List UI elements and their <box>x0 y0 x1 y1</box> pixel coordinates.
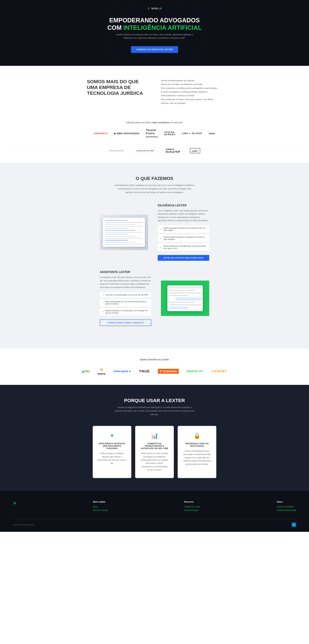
logo: ✕ lexter.ai <box>147 6 162 10</box>
why-section: PORQUE USAR A LEXTER Através de algoritm… <box>0 385 309 491</box>
logo-norte: N NORTE <box>98 368 106 375</box>
footer-col-sobre: Sobre Termos e condições Política de pri… <box>277 500 296 513</box>
why-card-security: 🔒 SEGURANÇA PARA OS SEUS DADOS Tenha a t… <box>178 426 216 478</box>
check-item: Garanta padronização de respostas em tod… <box>158 234 209 242</box>
check-item: Ganhe eficiência na identificação dos do… <box>158 243 209 251</box>
check-item: Analise grandes volumes de documentos at… <box>158 225 209 233</box>
logo-tozzini: TozziniFreire.ADVOGADOS <box>146 128 158 138</box>
logo-bma: ▶ BMA ADVOGADOS <box>114 132 139 135</box>
partner-cubo: cubo+ <box>190 148 200 153</box>
partner-attix: startup parceiro attix <box>134 148 156 153</box>
logo-grao: grão <box>82 369 90 374</box>
logo-true: TRUE <box>139 369 150 374</box>
what-we-do-section: O QUE FAZEMOS Automatizamos ações repeti… <box>0 163 309 348</box>
diligencia-content: DILIGÊNCIA LEXTER Com a Diligência Lexte… <box>158 204 209 261</box>
linkedin-link[interactable]: in <box>292 522 296 527</box>
logo-lobo: LOBO ● DE RIZZO <box>182 132 202 135</box>
hero-subtitle: Amplie relações de confiança entre seu t… <box>116 33 193 40</box>
footer-link-privacy[interactable]: Política de privacidade <box>277 509 296 511</box>
assistente-image <box>161 280 209 316</box>
law-firm-logos: DEMAREST ▶ BMA ADVOGADOS TozziniFreire.A… <box>0 126 309 145</box>
linkedin-icon: in <box>292 522 296 527</box>
footer-col-recursos: Recursos Trabalhe na Lexter Central de A… <box>184 500 200 513</box>
footer-logo: ✕ <box>13 500 16 506</box>
logo-icon: ✕ <box>147 6 150 10</box>
partner-label: Empresa parceira: <box>109 150 124 152</box>
footer-link-inicio[interactable]: Início <box>93 506 108 508</box>
investors-title: Quem investe na Lexter <box>6 358 302 361</box>
logo-ycombinator: Y Combinator <box>158 369 179 374</box>
diligencia-checklist: Analise grandes volumes de documentos at… <box>158 225 209 251</box>
footer-col-menu-title: Menu rápido <box>93 500 108 503</box>
why-card-ai-text: Utilize produtos e soluções eficazes par… <box>98 452 126 465</box>
assistente-feature: ASSISTENTE LEXTER O Assistente Lexter ve… <box>82 270 227 326</box>
why-card-ai-title: INTELIGÊNCIA ARTIFICIAL QUE REALMENTE FU… <box>98 442 126 450</box>
diligencia-title: DILIGÊNCIA LEXTER <box>158 204 209 207</box>
footer-copyright: Copyright © 2023 Lexter.AI <box>13 524 34 526</box>
logo-indie: IndieCapital ➤ <box>114 370 131 373</box>
hero-title: EMPODERANDO ADVOGADOS COM INTELIGÊNCIA A… <box>107 17 202 32</box>
investors-logos: grão N NORTE IndieCapital ➤ TRUE Y Combi… <box>6 368 302 375</box>
investors-section: Quem investe na Lexter grão N NORTE Indi… <box>0 348 309 385</box>
about-right: Somos transformadores de relações. Nosso… <box>161 79 222 105</box>
what-title: O QUE FAZEMOS <box>6 176 302 181</box>
why-card-productivity: 📊 AUMENTO DA PRODUTIVIDADE E SATISFAÇÃO … <box>135 426 174 478</box>
hero-cta-button[interactable]: CONHEÇA OS PRODUTOS LEXTER <box>131 46 178 53</box>
assistente-checklist: Aumente a produtividade de seu time em a… <box>100 292 151 316</box>
why-card-ai: ✦ INTELIGÊNCIA ARTIFICIAL QUE REALMENTE … <box>93 426 131 478</box>
logo-equitas: EQUITAS VC® <box>187 370 204 373</box>
why-subtitle: Através de algoritmos treinados por advo… <box>114 406 195 416</box>
hero-section: ✕ lexter.ai EMPODERANDO ADVOGADOS COM IN… <box>0 0 309 66</box>
logo-canary: CANARY <box>212 370 227 373</box>
footer-col-recursos-title: Recursos <box>184 500 200 503</box>
about-left: SOMOS MAIS DO QUE UMA EMPRESA DE TECNOLO… <box>87 79 148 105</box>
what-subtitle: Automatizamos ações repetitivas do seu d… <box>114 184 195 194</box>
why-cards: ✦ INTELIGÊNCIA ARTIFICIAL QUE REALMENTE … <box>82 426 227 478</box>
why-card-security-text: Tenha a tranquilidade de que seus dados … <box>182 450 212 466</box>
diligencia-image <box>100 214 148 250</box>
productivity-icon: 📊 <box>140 432 169 439</box>
about-section: SOMOS MAIS DO QUE UMA EMPRESA DE TECNOLO… <box>0 66 309 118</box>
why-title: PORQUE USAR A LEXTER <box>6 398 302 403</box>
diligencia-desc: Com a Diligência Lexter, você analisa gr… <box>158 209 209 222</box>
logo-asbz: /asbz <box>208 132 215 135</box>
footer-link-help[interactable]: Central de Ajuda <box>184 509 200 511</box>
footer-link-terms[interactable]: Termos e condições <box>277 506 296 508</box>
about-text: Somos transformadores de relações. Nosso… <box>161 79 222 105</box>
footer-col-sobre-title: Sobre <box>277 500 296 503</box>
partner-scaleup: endeavorSCALE⁴UP <box>166 148 180 154</box>
partners-row: Empresa parceira: startup parceiro attix… <box>6 145 302 163</box>
logo-demarest: DEMAREST <box>94 132 108 135</box>
why-card-security-title: SEGURANÇA PARA OS SEUS DADOS <box>182 442 212 447</box>
check-item: Aumente a produtividade de seu time em a… <box>100 292 151 298</box>
why-card-productivity-text: Tenha acesso às mais recentes tecnologia… <box>140 452 169 472</box>
security-icon: 🔒 <box>182 432 212 439</box>
logo-text: lexter.ai <box>151 7 162 10</box>
footer-logo-container: ✕ <box>13 500 16 513</box>
about-title: SOMOS MAIS DO QUE UMA EMPRESA DE TECNOLO… <box>87 79 148 96</box>
footer: ✕ Menu rápido Início Entre em contato Re… <box>0 491 309 532</box>
ai-icon: ✦ <box>98 432 126 439</box>
footer-link-jobs[interactable]: Trabalhe na Lexter <box>184 506 200 508</box>
footer-bottom: Copyright © 2023 Lexter.AI in <box>13 519 296 527</box>
check-item: Elabore petições e contestações com entr… <box>100 308 151 316</box>
check-item: Maior praticidade em criar documentos ju… <box>100 299 151 307</box>
why-card-productivity-title: AUMENTO DA PRODUTIVIDADE E SATISFAÇÃO DE… <box>140 442 169 450</box>
assistente-title: ASSISTENTE LEXTER <box>100 270 151 274</box>
assistente-content: ASSISTENTE LEXTER O Assistente Lexter ve… <box>100 270 151 326</box>
footer-link-contact[interactable]: Entre em contato <box>93 509 108 511</box>
assistente-cta-button[interactable]: CONHEÇA MAIS SOBRE O PRODUTO <box>100 320 151 326</box>
used-by-text: Utilizado pelos escritórios mais inovado… <box>0 118 309 126</box>
logo-cescon: CESCONBARRIEU <box>164 131 176 136</box>
diligencia-cta-button[interactable]: ENTRE EM CONTATO PARA SABER MAIS <box>158 255 209 261</box>
assistente-desc: O Assistente Lexter veio para otimizar o… <box>100 276 151 289</box>
footer-col-menu: Menu rápido Início Entre em contato <box>93 500 108 513</box>
footer-top: ✕ Menu rápido Início Entre em contato Re… <box>13 500 296 513</box>
diligencia-feature: DILIGÊNCIA LEXTER Com a Diligência Lexte… <box>82 204 227 261</box>
